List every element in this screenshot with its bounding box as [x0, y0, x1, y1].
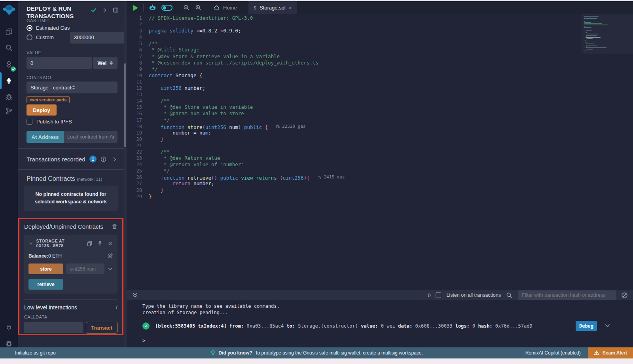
code-line: 18 function store(uint256 num) public {2… [127, 123, 633, 130]
debug-button[interactable]: Debug [576, 321, 597, 331]
chevron-right-icon[interactable] [112, 156, 118, 162]
deploy-button[interactable]: Deploy [27, 104, 57, 116]
custom-gas-radio[interactable] [27, 34, 32, 40]
code-line: 26 function retrieve() public view retur… [127, 174, 633, 180]
terminal-tx-count: 0 [428, 292, 430, 298]
window-bottom-edge [0, 358, 633, 364]
tab-storage-sol[interactable]: S Storage.sol × [248, 1, 297, 14]
clear-filter-ban-icon[interactable] [621, 292, 628, 299]
pin-icon[interactable] [97, 241, 103, 246]
custom-gas-option: Custom [27, 34, 118, 40]
value-row: Wei [27, 57, 118, 69]
line-number: 1 [127, 15, 149, 21]
transact-button[interactable]: Transact [86, 322, 118, 334]
collapse-terminal-icon[interactable] [132, 292, 138, 299]
debugger-icon[interactable] [0, 89, 18, 104]
panel-splitter[interactable] [124, 1, 127, 347]
deployed-contract-card: STORAGE AT 0X136...8B78 Balance: 0 ETH s… [24, 235, 118, 294]
copy-icon[interactable] [87, 241, 93, 246]
remix-ide-window: DEPLOY & RUN TRANSACTIONS GAS LIMIT Esti… [0, 0, 633, 364]
git-icon[interactable] [0, 103, 18, 118]
line-number: 14 [127, 98, 149, 104]
line-number: 12 [127, 85, 149, 91]
deploy-and-run-icon[interactable] [0, 73, 18, 88]
tab-home[interactable]: Home [213, 4, 237, 11]
deployed-contracts-title: Deployed/Unpinned Contracts [24, 223, 112, 230]
line-number: 2 [127, 21, 149, 28]
remix-logo[interactable] [0, 3, 18, 18]
code-line: 14 /** [127, 98, 633, 104]
remixai-robot-icon[interactable] [149, 4, 156, 11]
plugin-manager-icon[interactable] [0, 320, 18, 335]
copilot-status[interactable]: RemixAI Copilot (enabled) [525, 350, 581, 356]
run-script-button[interactable] [133, 5, 138, 11]
code-line: 28 } [127, 187, 633, 193]
divider [143, 4, 144, 12]
transaction-log-row[interactable]: [block:5583405 txIndex:4] from: 0xa03...… [142, 321, 633, 331]
chevron-down-icon[interactable] [28, 241, 34, 246]
code-line: 23 * @dev Return value [127, 155, 633, 161]
at-address-input[interactable] [64, 131, 118, 143]
scam-alert-button[interactable]: Scam Alert [588, 347, 633, 358]
zoom-out-icon[interactable] [183, 4, 190, 11]
estimated-gas-option[interactable]: Estimated Gas [27, 25, 70, 31]
layout-columns-icon[interactable] [113, 7, 119, 13]
file-explorer-icon[interactable] [0, 24, 18, 39]
line-number: 6 [127, 47, 149, 53]
code-line: 19 number = num; [127, 130, 633, 136]
contract-select[interactable]: Storage - contracts/Storage.sol [27, 82, 118, 93]
value-unit-select[interactable]: Wei [93, 57, 118, 69]
tab-filename: Storage.sol [260, 5, 286, 11]
code-lines: 1// SPDX-License-Identifier: GPL-3.023pr… [127, 15, 633, 200]
edit-icon[interactable] [107, 253, 113, 259]
home-tab-label: Home [223, 5, 237, 11]
value-input[interactable] [27, 57, 92, 69]
line-number: 21 [127, 142, 149, 149]
trash-icon[interactable] [112, 224, 118, 229]
code-line: 25 */ [127, 168, 633, 174]
retrieve-function-button[interactable]: retrieve [28, 279, 63, 290]
line-number: 9 [127, 66, 149, 72]
line-number: 17 [127, 117, 149, 123]
gas-estimate-badge: 22520 gas [276, 123, 306, 130]
transaction-summary: [block:5583405 txIndex:4] from: 0xa03...… [155, 323, 533, 329]
line-number: 19 [127, 130, 149, 136]
custom-gas-input[interactable] [70, 32, 124, 44]
line-number: 8 [127, 60, 149, 66]
transactions-recorded-label: Transactions recorded [27, 156, 85, 163]
expand-log-chevron-icon[interactable] [604, 322, 611, 329]
terminal-filter-input[interactable] [518, 290, 616, 300]
chevron-right-icon[interactable] [102, 7, 108, 13]
terminal-output[interactable]: Type the library name to see available c… [127, 300, 633, 349]
info-i-icon[interactable]: i [116, 304, 118, 311]
assistant-toggle[interactable] [161, 5, 172, 11]
code-line: 17 */ [127, 117, 633, 123]
at-address-button[interactable]: At Address [27, 131, 64, 143]
code-editor[interactable]: 1// SPDX-License-Identifier: GPL-3.023pr… [127, 14, 633, 290]
close-icon[interactable] [107, 241, 113, 246]
expand-args-chevron-icon[interactable] [107, 266, 113, 272]
publish-ipfs-label: Publish to IPFS [36, 119, 72, 125]
search-icon[interactable] [0, 40, 18, 55]
transactions-recorded-row[interactable]: Transactions recorded 1 [18, 148, 124, 170]
line-number: 18 [127, 123, 149, 130]
code-line: 22 /** [127, 149, 633, 155]
publish-ipfs-checkbox[interactable] [27, 119, 32, 125]
minimap[interactable] [584, 16, 630, 52]
zoom-in-icon[interactable] [195, 4, 202, 11]
panel-scrollbar[interactable] [124, 63, 126, 147]
terminal-toolbar: 0 Listen on all transactions [127, 290, 633, 300]
estimated-gas-radio[interactable] [27, 25, 32, 31]
solidity-file-icon: S [254, 5, 256, 11]
tab-close-icon[interactable]: × [289, 5, 292, 11]
solidity-compiler-icon[interactable] [0, 57, 18, 72]
contract-selected: Storage - contracts/Storage.sol [30, 85, 72, 91]
store-arg-input[interactable] [66, 264, 104, 274]
calldata-input[interactable] [24, 322, 83, 333]
store-function-button[interactable]: store [28, 264, 63, 274]
warning-icon [594, 350, 599, 356]
info-icon[interactable] [100, 156, 106, 162]
listen-all-checkbox[interactable] [436, 292, 441, 298]
git-init-button[interactable]: Initialize as git repo [15, 350, 56, 356]
terminal-prompt[interactable]: > [142, 337, 633, 343]
